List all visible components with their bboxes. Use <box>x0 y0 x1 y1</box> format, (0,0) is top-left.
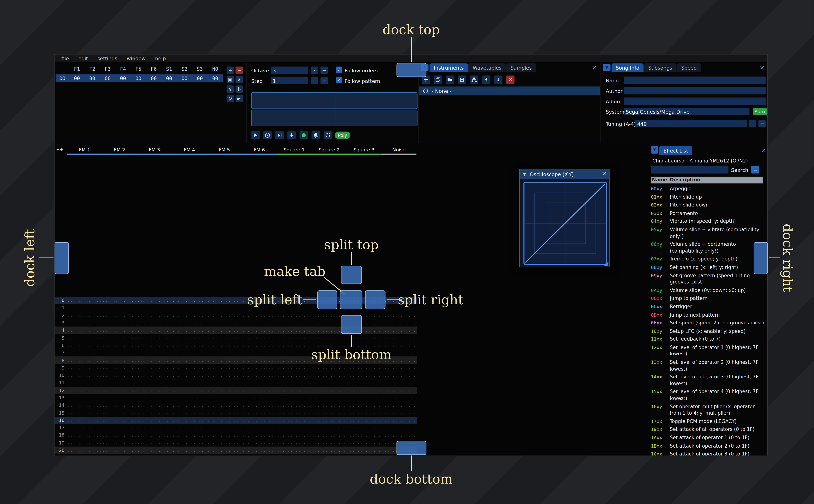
pattern-cell[interactable]: ... .. .. ... <box>346 395 381 400</box>
pattern-cell[interactable]: ... .. .. ... <box>277 433 311 438</box>
pattern-cell[interactable]: ... .. .. ... <box>242 380 277 385</box>
song-info-close-button[interactable]: × <box>759 64 765 71</box>
tab-effect-list[interactable]: Effect List <box>659 146 692 155</box>
pattern-cell[interactable]: ... .. .. ... <box>102 455 137 456</box>
effect-row-05xy[interactable]: 05xyVolume slide + vibrato (compatibilit… <box>651 226 765 240</box>
pattern-cell[interactable]: ... .. .. ... <box>137 448 172 453</box>
effect-row-11xx[interactable]: 11xxSet feedback (0 to 7) <box>651 336 765 343</box>
pattern-cell[interactable]: ... .. .. ... <box>67 313 102 318</box>
order-value-s3[interactable]: 00 <box>192 76 207 81</box>
pattern-cell[interactable]: ... .. .. ... <box>346 410 381 415</box>
pattern-cell[interactable]: ... .. .. ... <box>137 328 172 333</box>
pattern-cell[interactable]: ... .. .. ... <box>207 343 242 348</box>
pattern-cell[interactable]: ... .. .. ... <box>102 343 137 348</box>
instrument-delete-button[interactable] <box>506 76 515 84</box>
order-move-up-button[interactable]: ∧ <box>235 76 243 83</box>
order-value-f4[interactable]: 00 <box>115 76 131 81</box>
pattern-cell[interactable]: ... .. .. ... <box>172 410 207 415</box>
effect-row-19xx[interactable]: 19xxSet attack of all operators (0 to 1F… <box>651 426 765 433</box>
follow-pattern-checkbox[interactable]: ✓ <box>336 77 342 83</box>
pattern-cell[interactable]: ... .. .. ... <box>242 373 277 378</box>
pattern-cell[interactable]: ... .. .. ... <box>102 380 137 385</box>
pattern-cell[interactable]: ... .. .. ... <box>346 440 381 445</box>
pattern-cell[interactable]: ... .. .. ... <box>346 425 381 430</box>
metronome-button[interactable] <box>311 131 320 139</box>
effect-row-0Bxx[interactable]: 0BxxJump to pattern <box>651 295 765 302</box>
split-target-left[interactable] <box>317 290 337 309</box>
pattern-cell[interactable]: ... .. .. ... <box>277 313 311 318</box>
pattern-cell[interactable]: ... .. .. ... <box>172 448 207 453</box>
pattern-cell[interactable]: ... .. .. ... <box>207 388 242 393</box>
pattern-cell[interactable]: ... .. .. ... <box>242 403 277 408</box>
channel-header-square-2[interactable]: Square 2 <box>312 146 346 155</box>
piano-upper-row[interactable] <box>251 92 418 109</box>
effect-row-04xy[interactable]: 04xyVibrato (x: speed; y: depth) <box>651 218 765 225</box>
pattern-cell[interactable]: ... .. .. ... <box>207 380 242 385</box>
instrument-organize-button[interactable] <box>470 76 478 84</box>
pattern-cell[interactable]: ... .. .. ... <box>172 388 207 393</box>
octave-increase-button[interactable]: + <box>320 67 328 74</box>
effect-row-12xx[interactable]: 12xxSet level of operator 1 (0 highest, … <box>651 344 765 358</box>
tab-subsongs[interactable]: Subsongs <box>644 63 677 72</box>
pattern-cell[interactable]: ... .. .. ... <box>277 440 311 445</box>
pattern-cell[interactable]: ... .. .. ... <box>346 388 381 393</box>
pattern-cell[interactable]: ... .. .. ... <box>172 306 207 310</box>
pattern-cell[interactable]: ... .. .. ... <box>102 418 137 423</box>
play-from-cursor-button[interactable] <box>275 131 284 139</box>
pattern-cell[interactable]: ... .. .. ... <box>312 403 346 408</box>
pattern-cell[interactable]: ... .. .. ... <box>207 373 242 378</box>
pattern-cell[interactable]: ... .. .. ... <box>381 335 417 340</box>
pattern-cell[interactable]: ... .. .. ... <box>242 395 277 400</box>
pattern-cell[interactable]: ... .. .. ... <box>242 328 277 333</box>
order-move-down-button[interactable]: ∨ <box>226 85 234 93</box>
pattern-cell[interactable]: ... .. .. ... <box>67 298 102 303</box>
pattern-cell[interactable]: ... .. .. ... <box>207 418 242 423</box>
tuning-increase-button[interactable]: + <box>758 120 766 127</box>
pattern-cell[interactable]: ... .. .. ... <box>346 418 381 423</box>
pattern-cell[interactable]: ... .. .. ... <box>207 351 242 355</box>
pattern-cell[interactable]: ... .. .. ... <box>137 351 172 355</box>
pattern-cell[interactable]: ... .. .. ... <box>381 313 417 318</box>
pattern-cell[interactable]: ... .. .. ... <box>172 298 207 303</box>
menu-item-edit[interactable]: edit <box>74 54 93 63</box>
effect-row-10xy[interactable]: 10xySetup LFO (x: enable; y: speed) <box>651 328 765 335</box>
effect-row-03xx[interactable]: 03xxPortamento <box>651 210 765 217</box>
order-value-f1[interactable]: 00 <box>69 76 85 81</box>
pattern-cell[interactable]: ... .. .. ... <box>207 335 242 340</box>
channel-header-fm-1[interactable]: FM 1 <box>67 146 102 155</box>
pattern-cell[interactable]: ... .. .. ... <box>381 455 417 456</box>
pattern-cell[interactable]: ... .. .. ... <box>277 335 311 340</box>
pattern-cell[interactable]: ... .. .. ... <box>207 395 242 400</box>
order-add-button[interactable]: + <box>226 67 234 74</box>
pattern-cell[interactable]: ... .. .. ... <box>137 306 172 310</box>
song-album-input[interactable] <box>624 97 766 105</box>
instrument-duplicate-button[interactable] <box>434 76 442 84</box>
order-value-f5[interactable]: 00 <box>131 76 146 81</box>
pattern-cell[interactable]: ... .. .. ... <box>102 351 137 355</box>
pattern-cell[interactable]: ... .. .. ... <box>137 410 172 415</box>
effect-list-window-menu-button[interactable]: ▼ <box>651 146 658 154</box>
step-increase-button[interactable]: + <box>320 77 328 84</box>
order-remove-button[interactable]: − <box>235 67 243 74</box>
pattern-cell[interactable]: ... .. .. ... <box>207 321 242 325</box>
effect-row-07xy[interactable]: 07xyTremolo (x: speed; y: depth) <box>651 256 765 263</box>
pattern-cell[interactable]: ... .. .. ... <box>207 433 242 438</box>
pattern-cell[interactable]: ... .. .. ... <box>242 448 277 453</box>
pattern-cell[interactable]: ... .. .. ... <box>381 328 417 333</box>
effect-row-0Dxx[interactable]: 0DxxJump to next pattern <box>651 312 765 318</box>
panel-splitter[interactable] <box>246 63 246 142</box>
pattern-cell[interactable]: ... .. .. ... <box>172 455 207 456</box>
effect-row-15xx[interactable]: 15xxSet level of operator 4 (0 highest, … <box>651 389 765 402</box>
pattern-cell[interactable]: ... .. .. ... <box>277 373 311 378</box>
pattern-cell[interactable]: ... .. .. ... <box>67 335 102 340</box>
pattern-cell[interactable]: ... .. .. ... <box>312 448 346 453</box>
pattern-cell[interactable]: ... .. .. ... <box>102 373 137 378</box>
channel-header-noise[interactable]: Noise <box>381 146 417 155</box>
repeat-pattern-button[interactable] <box>324 131 332 139</box>
channel-header-square-3[interactable]: Square 3 <box>346 146 381 155</box>
pattern-cell[interactable]: ... .. .. ... <box>102 448 137 453</box>
pattern-cell[interactable]: ... .. .. ... <box>312 335 346 340</box>
order-edit-mode-button[interactable]: ► <box>235 95 243 102</box>
pattern-cell[interactable]: ... .. .. ... <box>207 313 242 318</box>
pattern-cell[interactable]: ... .. .. ... <box>102 388 137 393</box>
